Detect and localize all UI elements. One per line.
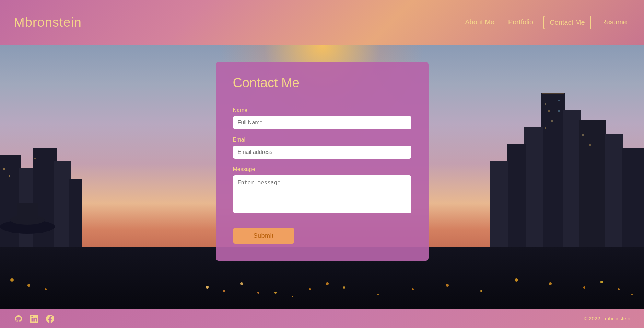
nav-resume[interactable]: Resume: [598, 16, 630, 29]
name-form-group: Name: [233, 107, 411, 129]
main-content: Contact Me Name Email Message Submit: [0, 45, 644, 309]
site-title: Mbronstein: [14, 15, 82, 30]
contact-form: Name Email Message Submit: [233, 107, 411, 244]
card-divider: [233, 97, 411, 97]
linkedin-icon[interactable]: [30, 314, 39, 324]
email-input[interactable]: [233, 146, 411, 159]
contact-form-title: Contact Me: [233, 76, 411, 90]
site-header: Mbronstein About Me Portfolio Contact Me…: [0, 0, 644, 45]
name-label: Name: [233, 107, 411, 113]
email-form-group: Email: [233, 137, 411, 159]
contact-form-card: Contact Me Name Email Message Submit: [216, 62, 429, 261]
name-input[interactable]: [233, 116, 411, 129]
github-icon[interactable]: [14, 314, 23, 324]
nav-portfolio[interactable]: Portfolio: [505, 16, 537, 29]
footer-social-icons: [14, 314, 55, 324]
message-form-group: Message: [233, 166, 411, 214]
main-nav: About Me Portfolio Contact Me Resume: [461, 16, 630, 29]
message-label: Message: [233, 166, 411, 172]
message-textarea[interactable]: [233, 175, 411, 213]
footer-copyright: © 2022 - mbronstein: [584, 316, 630, 321]
nav-about[interactable]: About Me: [461, 16, 498, 29]
submit-button[interactable]: Submit: [233, 228, 294, 244]
email-label: Email: [233, 137, 411, 143]
nav-contact[interactable]: Contact Me: [543, 16, 591, 29]
site-footer: © 2022 - mbronstein: [0, 309, 644, 328]
facebook-icon[interactable]: [45, 314, 55, 324]
